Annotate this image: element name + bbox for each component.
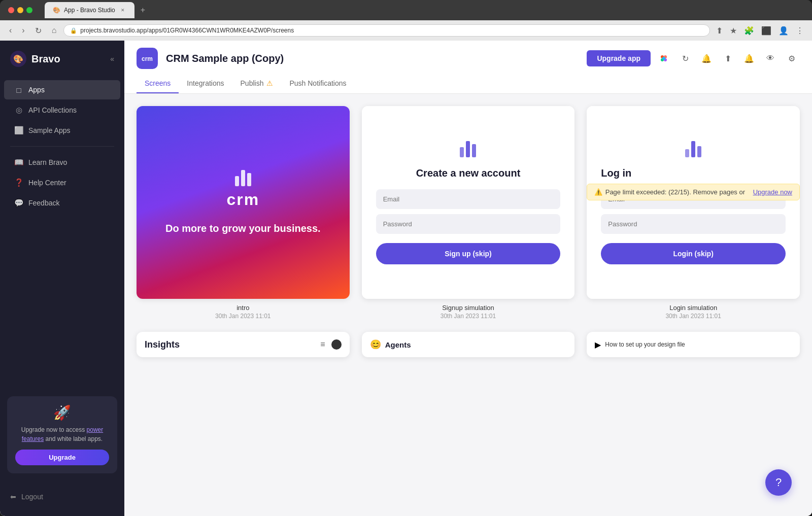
sidebar-collapse-button[interactable]: « <box>110 55 114 63</box>
insights-icon <box>331 339 342 350</box>
login-title: Log in <box>601 167 631 179</box>
intro-crm-label: crm <box>226 190 259 209</box>
sidebar-nav: □ Apps ◎ API Collections ⬜ Sample Apps <box>0 75 124 390</box>
help-fab-button[interactable]: ? <box>765 469 792 496</box>
share-icon[interactable]: ⬆ <box>714 24 725 38</box>
insights-menu-icon: ≡ <box>320 340 325 349</box>
close-button[interactable] <box>8 7 14 13</box>
signup-email-input[interactable] <box>376 189 561 209</box>
screen-card-signup[interactable]: Create a new account Sign up (skip) Sign… <box>362 106 575 320</box>
sidebar-feedback-label: Feedback <box>28 199 59 207</box>
screens-area: ⚠️ Page limit exceeded: (22/15). Remove … <box>124 94 812 516</box>
signup-password-input[interactable] <box>376 214 561 234</box>
apps-icon: □ <box>14 85 23 94</box>
tab-screens[interactable]: Screens <box>137 74 179 93</box>
extension-icon[interactable]: 🧩 <box>742 24 756 38</box>
bravo-logo-text: Bravo <box>31 53 60 65</box>
tab-screens-label: Screens <box>145 79 171 87</box>
sidebar-item-sample-apps[interactable]: ⬜ Sample Apps <box>4 121 120 140</box>
sidebar-item-learn-bravo[interactable]: 📖 Learn Bravo <box>4 153 120 172</box>
tab-push-label: Push Notifications <box>289 79 346 87</box>
refresh-icon-btn[interactable]: ↻ <box>677 50 693 66</box>
login-button[interactable]: Login (skip) <box>601 243 786 264</box>
tab-bar: 🎨 App - Bravo Studio ✕ + <box>45 2 804 18</box>
lock-icon: 🔒 <box>70 27 77 34</box>
screen-card-intro[interactable]: crm Do more to grow your business. intro… <box>137 106 350 320</box>
svg-point-8 <box>662 57 665 60</box>
app-tabs: Screens Integrations Publish ⚠ Push Noti… <box>137 74 800 93</box>
sidebar-item-api-collections[interactable]: ◎ API Collections <box>4 100 120 120</box>
tab-close-button[interactable]: ✕ <box>119 7 126 14</box>
browser-tab-active[interactable]: 🎨 App - Bravo Studio ✕ <box>45 2 134 18</box>
intro-screen-date: 30th Jan 2023 11:01 <box>215 313 270 320</box>
sidebar-learn-label: Learn Bravo <box>28 158 67 166</box>
url-text: projects.bravostudio.app/apps/01GR0W4366… <box>80 27 294 34</box>
feedback-icon: 💬 <box>14 198 23 208</box>
upgrade-button[interactable]: Upgrade <box>15 450 109 465</box>
screen-card-design-file[interactable]: ▶ How to set up your design file <box>587 332 800 357</box>
toolbar-actions: ⬆ ★ 🧩 ⬛ 👤 ⋮ <box>714 24 806 38</box>
design-file-label: How to set up your design file <box>605 341 685 348</box>
figma-icon-btn[interactable] <box>656 50 672 66</box>
bell-icon-btn[interactable]: 🔔 <box>698 50 715 66</box>
tab-push-notifications[interactable]: Push Notifications <box>281 74 354 93</box>
menu-icon[interactable]: ⋮ <box>794 24 806 38</box>
back-button[interactable]: ‹ <box>6 24 15 37</box>
publish-warning-icon: ⚠ <box>266 79 273 87</box>
sidebar-logout-button[interactable]: ⬅ Logout <box>0 488 124 506</box>
screens-grid: crm Do more to grow your business. intro… <box>137 106 800 357</box>
intro-screen-label: intro <box>236 304 249 312</box>
bravo-logo-icon: 🎨 <box>10 51 26 67</box>
upgrade-app-button[interactable]: Upgrade app <box>587 50 651 66</box>
preview-icon-btn[interactable]: 👁 <box>762 50 779 66</box>
sidebar-api-label: API Collections <box>28 106 77 114</box>
signup-title: Create a new account <box>416 167 521 179</box>
signup-button[interactable]: Sign up (skip) <box>376 243 561 264</box>
upgrade-now-link[interactable]: Upgrade now <box>753 188 792 196</box>
insights-label: Insights <box>145 339 180 350</box>
upload-icon-btn[interactable]: ⬆ <box>720 50 736 66</box>
insights-preview: Insights ≡ <box>137 332 350 357</box>
app-header: crm CRM Sample app (Copy) Upgrade app <box>124 41 812 94</box>
tab-integrations-label: Integrations <box>187 79 224 87</box>
forward-button[interactable]: › <box>19 24 27 37</box>
tab-publish[interactable]: Publish ⚠ <box>232 74 282 93</box>
minimize-button[interactable] <box>17 7 23 13</box>
bookmark-icon[interactable]: ★ <box>728 24 739 38</box>
warning-text: Page limit exceeded: (22/15). Remove pag… <box>605 188 745 196</box>
tab-integrations[interactable]: Integrations <box>179 74 232 93</box>
login-password-input[interactable] <box>601 214 786 234</box>
sidebar-item-feedback[interactable]: 💬 Feedback <box>4 193 120 213</box>
design-file-preview: ▶ How to set up your design file <box>587 332 800 357</box>
tab-publish-label: Publish <box>241 79 264 87</box>
screen-card-insights[interactable]: Insights ≡ <box>137 332 350 357</box>
screen-card-login[interactable]: Log in Login (skip) Login simulation 30t… <box>587 106 800 320</box>
address-bar[interactable]: 🔒 projects.bravostudio.app/apps/01GR0W43… <box>63 24 710 37</box>
home-button[interactable]: ⌂ <box>49 24 60 37</box>
sample-apps-icon: ⬜ <box>14 126 23 135</box>
maximize-button[interactable] <box>26 7 32 13</box>
sidebar: 🎨 Bravo « □ Apps ◎ API Collections <box>0 41 124 516</box>
sidebar-sample-label: Sample Apps <box>28 126 71 134</box>
sidebar-item-help-center[interactable]: ❓ Help Center <box>4 173 120 192</box>
power-features-link[interactable]: power features <box>22 426 103 442</box>
browser-toolbar: ‹ › ↻ ⌂ 🔒 projects.bravostudio.app/apps/… <box>0 20 812 41</box>
signup-screen-date: 30th Jan 2023 11:01 <box>441 313 496 320</box>
reload-button[interactable]: ↻ <box>32 24 45 38</box>
help-center-icon: ❓ <box>14 178 23 187</box>
settings-icon-btn[interactable]: ⚙ <box>784 50 800 66</box>
login-screen-date: 30th Jan 2023 11:01 <box>665 313 721 320</box>
new-tab-button[interactable]: + <box>137 5 149 16</box>
api-collections-icon: ◎ <box>14 106 23 115</box>
login-screen-preview: Log in Login (skip) <box>587 106 800 299</box>
upgrade-emoji: 🚀 <box>15 404 109 421</box>
sidebar-apps-label: Apps <box>28 86 45 94</box>
sidebar-logo: 🎨 Bravo « <box>0 41 124 75</box>
alert-icon-btn[interactable]: 🔔 <box>741 50 757 66</box>
avatar-icon[interactable]: 👤 <box>776 24 791 38</box>
split-view-icon[interactable]: ⬛ <box>759 24 773 38</box>
sidebar-item-apps[interactable]: □ Apps <box>4 80 120 99</box>
screen-card-agents[interactable]: 😊 Agents <box>362 332 575 357</box>
signup-screen-label: Signup simulation <box>442 304 494 312</box>
app-icon: crm <box>137 48 158 69</box>
